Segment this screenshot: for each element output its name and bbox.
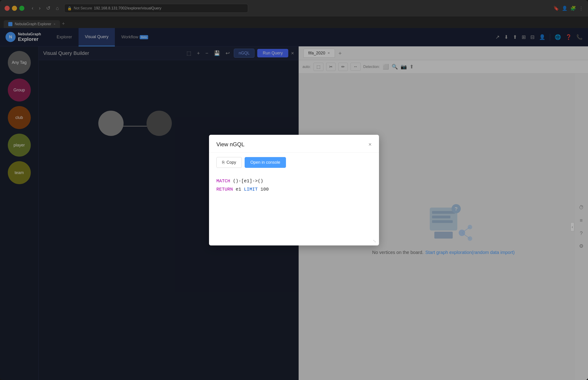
modal-title: View nGQL: [216, 141, 244, 148]
browser-window: ‹ › ↺ ⌂ 🔒 Not Secure 192.168.8.131:7002/…: [0, 0, 588, 380]
copy-icon: ⎘: [222, 160, 225, 165]
modal-resize-area[interactable]: ⤡: [209, 237, 379, 246]
resize-handle-icon: ⤡: [373, 239, 376, 244]
modal-close-button[interactable]: ×: [368, 141, 372, 148]
code-block: MATCH ()-[e1]->() RETURN e1 LIMIT 100: [216, 177, 372, 193]
copy-button[interactable]: ⎘ Copy: [216, 157, 242, 168]
return-keyword: RETURN: [216, 187, 233, 192]
modal-body: MATCH ()-[e1]->() RETURN e1 LIMIT 100: [209, 172, 379, 237]
code-pattern: ()-[e1]->(): [233, 178, 263, 184]
modal-overlay[interactable]: View nGQL × ⎘ Copy Open in console MATCH…: [0, 0, 588, 380]
limit-keyword: LIMIT: [244, 187, 258, 192]
open-console-button[interactable]: Open in console: [245, 157, 286, 168]
match-keyword: MATCH: [216, 178, 230, 184]
return-var: e1: [236, 187, 244, 192]
code-line-2: RETURN e1 LIMIT 100: [216, 185, 372, 193]
limit-number: 100: [260, 187, 269, 192]
modal-header: View nGQL ×: [209, 135, 379, 152]
view-ngql-modal: View nGQL × ⎘ Copy Open in console MATCH…: [209, 135, 379, 246]
code-line-1: MATCH ()-[e1]->(): [216, 177, 372, 185]
modal-actions: ⎘ Copy Open in console: [209, 152, 379, 172]
